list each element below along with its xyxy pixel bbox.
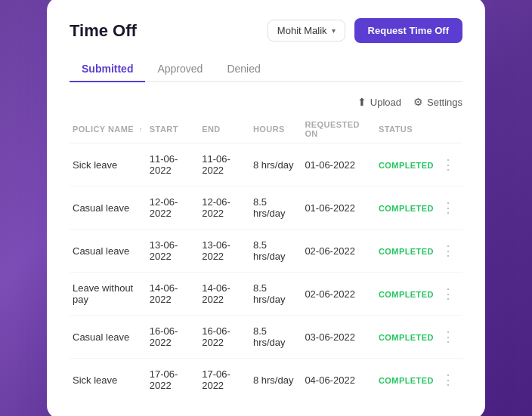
toolbar-row: ⬆ Upload ⚙ Settings [70,96,462,108]
cell-status: COMPLETED [379,273,440,316]
header-actions: Mohit Malik ▾ Request Time Off [268,18,462,43]
cell-start: 16-06-2022 [150,316,202,359]
cell-policy-name: Casual leave [70,230,150,273]
row-menu-button[interactable]: ⋮ [440,371,456,388]
col-start: START [150,116,202,143]
cell-start: 17-06-2022 [150,359,202,402]
page-title: Time Off [70,21,137,41]
cell-start: 13-06-2022 [150,230,202,273]
cell-actions: ⋮ [440,230,462,273]
col-policy-name: POLICY NAME ↑ [70,116,150,143]
cell-status: COMPLETED [379,316,440,359]
upload-icon: ⬆ [357,96,367,108]
row-menu-button[interactable]: ⋮ [440,156,456,173]
col-end: END [202,116,253,143]
status-badge: COMPLETED [379,247,434,256]
status-badge: COMPLETED [379,161,434,170]
header-row: Time Off Mohit Malik ▾ Request Time Off [70,18,462,43]
tab-submitted[interactable]: Submitted [70,57,145,82]
cell-end: 17-06-2022 [202,359,253,402]
table-row: Sick leave 11-06-2022 11-06-2022 8 hrs/d… [70,143,462,186]
cell-policy-name: Sick leave [70,143,150,186]
settings-label: Settings [427,97,462,108]
row-menu-button[interactable]: ⋮ [440,199,456,216]
cell-status: COMPLETED [379,143,440,186]
cell-requested-on: 01-06-2022 [305,186,379,230]
main-card: Time Off Mohit Malik ▾ Request Time Off … [47,0,485,416]
cell-end: 12-06-2022 [202,186,253,230]
row-menu-button[interactable]: ⋮ [440,285,456,302]
cell-hours: 8 hrs/day [253,143,305,186]
cell-hours: 8 hrs/day [253,359,305,402]
cell-hours: 8.5 hrs/day [253,316,305,359]
table-header-row: POLICY NAME ↑ START END HOURS REQUESTED … [70,116,462,143]
cell-actions: ⋮ [440,143,462,186]
upload-button[interactable]: ⬆ Upload [357,96,401,108]
cell-hours: 8.5 hrs/day [253,186,305,230]
tab-approved[interactable]: Approved [145,57,215,82]
table-row: Casual leave 12-06-2022 12-06-2022 8.5 h… [70,186,462,230]
status-badge: COMPLETED [379,204,434,213]
cell-hours: 8.5 hrs/day [253,230,305,273]
cell-actions: ⋮ [440,316,462,359]
row-menu-button[interactable]: ⋮ [440,242,456,259]
gear-icon: ⚙ [413,96,423,108]
status-badge: COMPLETED [379,376,434,385]
cell-hours: 8.5 hrs/day [253,273,305,316]
cell-end: 11-06-2022 [202,143,253,186]
table-row: Leave without pay 14-06-2022 14-06-2022 … [70,273,462,316]
table-row: Sick leave 17-06-2022 17-06-2022 8 hrs/d… [70,359,462,402]
status-badge: COMPLETED [379,290,434,299]
tab-denied[interactable]: Denied [215,57,272,82]
cell-policy-name: Casual leave [70,186,150,230]
chevron-down-icon: ▾ [332,26,336,35]
row-menu-button[interactable]: ⋮ [440,328,456,345]
user-dropdown[interactable]: Mohit Malik ▾ [268,20,345,42]
sort-icon: ↑ [139,125,143,134]
cell-start: 12-06-2022 [150,186,202,230]
cell-status: COMPLETED [379,186,440,230]
table-row: Casual leave 16-06-2022 16-06-2022 8.5 h… [70,316,462,359]
upload-label: Upload [370,97,401,108]
col-hours: HOURS [253,116,305,143]
request-time-off-button[interactable]: Request Time Off [354,18,462,43]
cell-actions: ⋮ [440,186,462,230]
col-requested-on: REQUESTED ON [305,116,379,143]
cell-requested-on: 03-06-2022 [305,316,379,359]
table-row: Casual leave 13-06-2022 13-06-2022 8.5 h… [70,230,462,273]
cell-policy-name: Casual leave [70,316,150,359]
cell-start: 11-06-2022 [150,143,202,186]
cell-start: 14-06-2022 [150,273,202,316]
tabs-row: Submitted Approved Denied [70,57,462,82]
settings-button[interactable]: ⚙ Settings [413,96,462,108]
cell-requested-on: 02-06-2022 [305,273,379,316]
user-name: Mohit Malik [277,25,327,36]
cell-requested-on: 04-06-2022 [305,359,379,402]
cell-policy-name: Sick leave [70,359,150,402]
cell-requested-on: 01-06-2022 [305,143,379,186]
cell-status: COMPLETED [379,359,440,402]
cell-actions: ⋮ [440,359,462,402]
cell-end: 14-06-2022 [202,273,253,316]
col-actions [440,116,462,143]
cell-requested-on: 02-06-2022 [305,230,379,273]
cell-actions: ⋮ [440,273,462,316]
cell-policy-name: Leave without pay [70,273,150,316]
cell-end: 16-06-2022 [202,316,253,359]
col-status: STATUS [379,116,440,143]
cell-end: 13-06-2022 [202,230,253,273]
cell-status: COMPLETED [379,230,440,273]
status-badge: COMPLETED [379,333,434,342]
time-off-table: POLICY NAME ↑ START END HOURS REQUESTED … [70,116,462,401]
